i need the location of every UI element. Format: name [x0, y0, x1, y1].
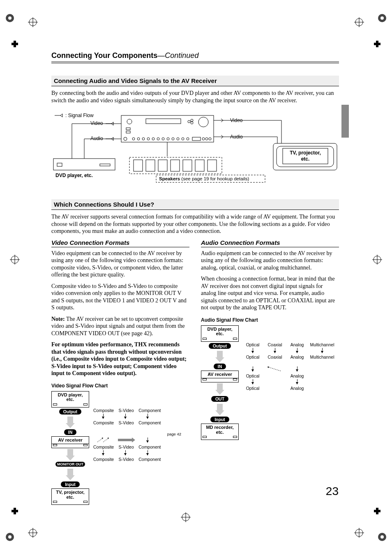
audio-p2: When choosing a connection format, bear … [201, 275, 339, 311]
flow-label: S-Video [116, 444, 136, 449]
registration-mark-icon [377, 13, 387, 23]
section2-paragraph: The AV receiver supports several connect… [51, 213, 339, 235]
registration-mark-icon [372, 39, 382, 49]
svg-text:Speakers (see page 19 for hook: Speakers (see page 19 for hookup details… [159, 176, 249, 181]
flow-label: Analog [287, 386, 307, 391]
section-heading-signals: Connecting Audio and Video Signals to th… [51, 76, 339, 86]
svg-point-28 [380, 535, 384, 539]
flow-in: IN [64, 429, 77, 435]
diagram-tv-label-1: TV, projector, [290, 150, 321, 156]
flow-monitor-out: MONITOR OUT [55, 462, 85, 467]
flow-label: Multichannel [309, 342, 335, 347]
flow-avr: AV receiver [51, 436, 89, 444]
flow-label: Optical [243, 342, 263, 347]
flow-page42: page 42 [167, 432, 181, 436]
svg-rect-84 [208, 160, 217, 171]
registration-mark-icon [10, 255, 20, 265]
svg-point-1 [8, 16, 12, 20]
flow-label: Optical [243, 355, 263, 359]
diagram-speakers-label: Speakers [159, 176, 180, 181]
flow-label: Component [138, 408, 161, 413]
flow-dvd: DVD player, etc. [201, 325, 239, 338]
registration-mark-icon [181, 512, 191, 522]
registration-mark-icon [5, 13, 15, 23]
svg-rect-26 [14, 508, 16, 514]
video-p1: Video equipment can be connected to the … [51, 250, 189, 279]
svg-rect-80 [158, 160, 167, 171]
diagram-audio-label-right: Audio [230, 134, 243, 140]
flow-out: OUT [211, 396, 228, 402]
flow-avr: AV receiver [201, 371, 239, 379]
video-formats-heading: Video Connection Formats [51, 239, 189, 247]
video-p4: For optimum video performance, THX recom… [51, 341, 189, 377]
chapter-continued: —Continued [157, 51, 198, 60]
diagram-audio-label-left: Audio [90, 136, 103, 141]
svg-rect-6 [14, 41, 16, 47]
section1-paragraph: By connecting both the audio and video o… [51, 90, 339, 104]
page-number: 23 [326, 485, 339, 498]
svg-rect-82 [183, 160, 192, 171]
diagram-speakers-note: (see page 19 for hookup details) [180, 176, 249, 181]
flow-output: Output [209, 343, 231, 349]
flow-label: Multichannel [309, 355, 335, 359]
section-heading-which: Which Connections Should I Use? [51, 199, 339, 210]
registration-mark-icon [28, 17, 38, 27]
svg-point-21 [8, 535, 12, 539]
registration-mark-icon [10, 506, 20, 516]
svg-point-8 [380, 16, 384, 20]
flow-label: Coaxial [265, 342, 285, 347]
flow-label: Analog [287, 342, 307, 347]
svg-rect-79 [146, 160, 155, 171]
flow-label: Composite [93, 444, 114, 449]
video-flow-chart-title: Video Signal Flow Chart [51, 383, 189, 389]
flow-md: MD recorder, etc. [201, 424, 239, 436]
diagram-dvd-label: DVD player, etc. [55, 173, 93, 178]
chapter-title-text: Connecting Your Components [51, 51, 157, 60]
flow-input: Input [210, 417, 229, 422]
audio-flow-chart-title: Audio Signal Flow Chart [201, 317, 339, 323]
flow-dvd: DVD player, etc. [51, 391, 89, 403]
video-p2: Composite video to S-Video and S-Video t… [51, 283, 189, 311]
svg-rect-81 [171, 160, 180, 171]
registration-mark-icon [372, 255, 382, 265]
flow-in: IN [214, 364, 226, 369]
registration-mark-icon [372, 506, 382, 516]
diagram-legend: : Signal Flow [65, 113, 94, 118]
flow-label: Component [138, 457, 161, 462]
flow-label: Optical [243, 373, 263, 378]
flow-label: Optical [243, 386, 263, 391]
diagram-video-label-right: Video [230, 117, 243, 123]
flow-label: Composite [93, 408, 114, 413]
flow-tv: TV, projector, etc. [51, 488, 89, 501]
diagram-video-label-left: Video [90, 120, 103, 126]
flow-label: S-Video [116, 457, 136, 462]
signal-flow-diagram: : Signal Flow DVD player, etc. Video Aud… [51, 111, 339, 185]
chapter-title: Connecting Your Components—Continued [51, 51, 339, 63]
flow-label: Analog [287, 355, 307, 359]
audio-p1: Audio equipment can be connected to the … [201, 250, 339, 272]
svg-rect-78 [134, 160, 143, 171]
flow-label: Coaxial [265, 355, 285, 359]
flow-label: Component [138, 444, 161, 449]
flow-label: S-Video [116, 408, 136, 413]
page-tab-marker [341, 105, 349, 138]
registration-mark-icon [28, 528, 38, 538]
video-signal-flow-chart: DVD player, etc. Output IN AV receiver M… [51, 391, 189, 505]
svg-text:etc.: etc. [301, 156, 310, 162]
flow-label: Composite [93, 457, 114, 462]
registration-mark-icon [5, 532, 15, 542]
registration-mark-icon [354, 528, 364, 538]
svg-rect-37 [53, 159, 115, 170]
flow-label: Composite [93, 420, 114, 425]
audio-formats-heading: Audio Connection Formats [201, 239, 339, 247]
flow-output: Output [59, 409, 81, 415]
svg-rect-40 [121, 115, 214, 142]
audio-signal-flow-chart: DVD player, etc. Output IN AV receiver O… [201, 325, 339, 440]
svg-rect-83 [195, 160, 204, 171]
flow-label: Component [138, 420, 161, 425]
registration-mark-icon [10, 39, 20, 49]
registration-mark-icon [377, 532, 387, 542]
video-p3: Note: The AV receiver can be set to upco… [51, 315, 189, 337]
flow-label: S-Video [116, 420, 136, 425]
flow-input: Input [61, 481, 80, 487]
